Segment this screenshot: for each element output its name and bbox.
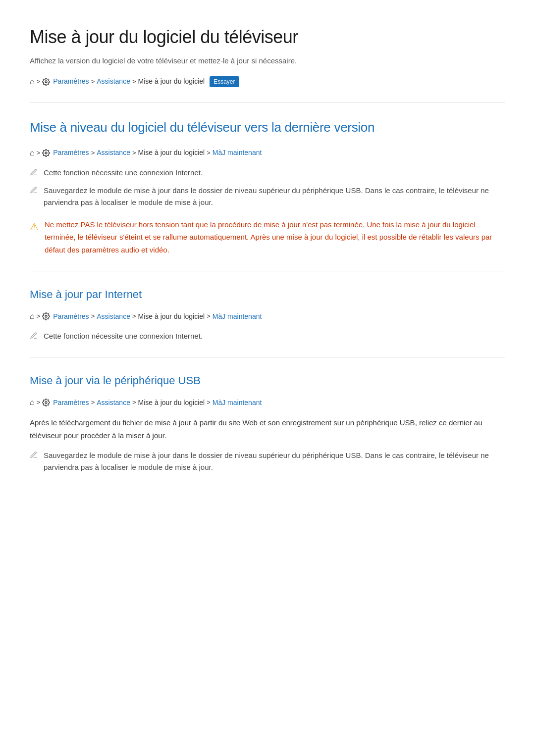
warning-text: Ne mettez PAS le téléviseur hors tension… xyxy=(45,218,505,256)
breadcrumb-parametres-link[interactable]: Paramètres xyxy=(53,76,89,87)
s1-maj-link[interactable]: MàJ maintenant xyxy=(213,148,262,158)
s2-assistance-link[interactable]: Assistance xyxy=(97,311,130,322)
s1-parametres-link[interactable]: Paramètres xyxy=(53,148,89,158)
page-title: Mise à jour du logiciel du téléviseur xyxy=(30,24,505,50)
s2-note-text-1: Cette fonction nécessite une connexion I… xyxy=(44,330,203,342)
s3-assistance-link[interactable]: Assistance xyxy=(97,398,130,408)
s1-gear-icon xyxy=(42,149,50,157)
section3-title: Mise à jour via le périphérique USB xyxy=(30,372,505,389)
warning-box: ⚠ Ne mettez PAS le téléviseur hors tensi… xyxy=(30,218,505,256)
s3-logiciel-text: Mise à jour du logiciel xyxy=(138,398,205,408)
pencil-icon-1 xyxy=(30,168,38,176)
section1-breadcrumb: ⌂ > Paramètres > Assistance > Mise à jou… xyxy=(30,147,505,159)
s2-sep-2: > xyxy=(91,311,95,321)
s2-parametres-link[interactable]: Paramètres xyxy=(53,311,89,322)
svg-point-1 xyxy=(45,152,47,154)
divider-3 xyxy=(30,357,505,357)
s1-logiciel-text: Mise à jour du logiciel xyxy=(138,148,205,158)
s2-sep-4: > xyxy=(207,311,211,321)
page-subtitle: Affichez la version du logiciel de votre… xyxy=(30,55,505,67)
essayer-badge[interactable]: Essayer xyxy=(210,76,239,87)
s1-sep-2: > xyxy=(91,148,95,158)
s2-sep-3: > xyxy=(132,311,136,321)
s2-sep-1: > xyxy=(37,311,41,321)
divider-2 xyxy=(30,271,505,271)
main-breadcrumb: ⌂ > Paramètres > Assistance > Mise à jou… xyxy=(30,76,505,88)
s3-home-icon[interactable]: ⌂ xyxy=(30,397,35,408)
section1-notes: Cette fonction nécessite une connexion I… xyxy=(30,167,505,208)
note-text-1: Cette fonction nécessite une connexion I… xyxy=(44,167,203,179)
section3-body: Après le téléchargement du fichier de mi… xyxy=(30,416,505,442)
note-item: Sauvegardez le module de mise à jour dan… xyxy=(30,185,505,208)
section1-title: Mise à niveau du logiciel du téléviseur … xyxy=(30,118,505,137)
s2-maj-link[interactable]: MàJ maintenant xyxy=(213,311,262,322)
gear-icon xyxy=(42,78,50,86)
divider-1 xyxy=(30,102,505,103)
breadcrumb-sep-3: > xyxy=(132,77,136,87)
svg-point-3 xyxy=(45,402,47,403)
breadcrumb-logiciel-text: Mise à jour du logiciel xyxy=(138,76,205,87)
warning-icon: ⚠ xyxy=(30,219,39,234)
note-item: Cette fonction nécessite une connexion I… xyxy=(30,330,505,342)
section2-breadcrumb: ⌂ > Paramètres > Assistance > Mise à jou… xyxy=(30,310,505,322)
section3-breadcrumb: ⌂ > Paramètres > Assistance > Mise à jou… xyxy=(30,397,505,408)
s3-note-text-1: Sauvegardez le module de mise à jour dan… xyxy=(44,450,505,473)
s3-maj-link[interactable]: MàJ maintenant xyxy=(213,398,262,408)
s2-logiciel-text: Mise à jour du logiciel xyxy=(138,311,205,322)
svg-point-0 xyxy=(45,81,47,83)
s3-parametres-link[interactable]: Paramètres xyxy=(53,398,89,408)
s3-sep-3: > xyxy=(132,398,136,407)
s3-sep-2: > xyxy=(91,398,95,407)
breadcrumb-sep-2: > xyxy=(91,77,95,87)
s3-sep-1: > xyxy=(37,398,41,407)
home-icon[interactable]: ⌂ xyxy=(30,76,35,88)
note-item: Sauvegardez le module de mise à jour dan… xyxy=(30,450,505,473)
section3-notes: Sauvegardez le module de mise à jour dan… xyxy=(30,450,505,473)
s2-home-icon[interactable]: ⌂ xyxy=(30,310,35,322)
pencil-icon-2 xyxy=(30,186,38,194)
s1-sep-1: > xyxy=(37,148,41,158)
section2-notes: Cette fonction nécessite une connexion I… xyxy=(30,330,505,342)
svg-point-2 xyxy=(45,315,47,317)
pencil-icon-4 xyxy=(30,451,38,459)
section2-title: Mise à jour par Internet xyxy=(30,286,505,302)
s1-home-icon[interactable]: ⌂ xyxy=(30,147,35,159)
breadcrumb-sep-1: > xyxy=(37,77,41,87)
s1-assistance-link[interactable]: Assistance xyxy=(97,148,130,158)
s3-gear-icon xyxy=(42,399,50,406)
breadcrumb-assistance-link[interactable]: Assistance xyxy=(97,76,130,87)
s1-sep-4: > xyxy=(207,148,211,158)
pencil-icon-3 xyxy=(30,332,38,340)
s3-sep-4: > xyxy=(207,398,211,407)
s2-gear-icon xyxy=(42,312,50,320)
note-text-2: Sauvegardez le module de mise à jour dan… xyxy=(44,185,505,208)
note-item: Cette fonction nécessite une connexion I… xyxy=(30,167,505,179)
s1-sep-3: > xyxy=(132,148,136,158)
